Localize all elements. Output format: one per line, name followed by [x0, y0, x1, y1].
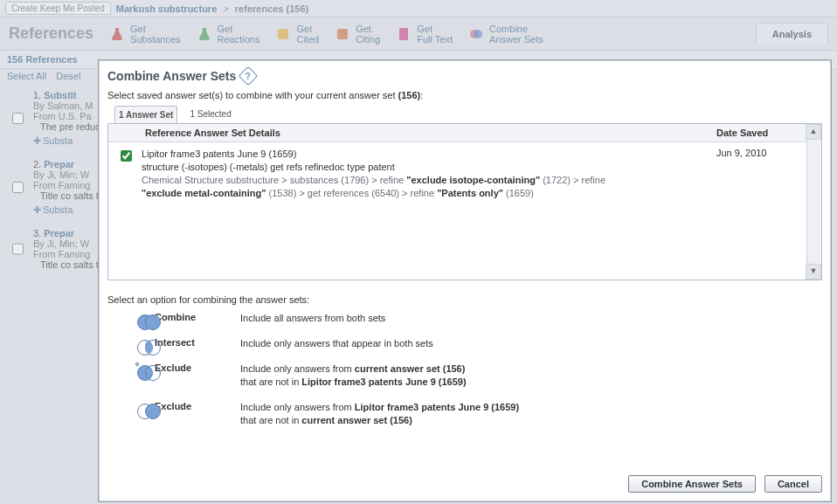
row-date: Jun 9, 2010	[716, 148, 813, 200]
cited-icon	[275, 26, 291, 42]
document-icon	[396, 26, 412, 42]
get-cited-button[interactable]: GetCited	[275, 24, 319, 45]
row-checkbox[interactable]	[121, 150, 132, 162]
get-substances-button[interactable]: GetSubstances	[109, 24, 180, 45]
combine-answer-sets-button[interactable]: CombineAnswer Sets	[468, 24, 543, 45]
selected-count: 1 Selected	[190, 106, 231, 123]
select-all-link[interactable]: Select All	[7, 71, 46, 81]
option-exclude-current[interactable]: Exclude Include only answers from curren…	[135, 362, 822, 389]
deselect-link[interactable]: Desel	[56, 71, 80, 81]
top-bar: Create Keep Me Posted Markush substructu…	[0, 0, 837, 17]
tab-analysis[interactable]: Analysis	[756, 23, 828, 45]
option-intersect[interactable]: Intersect Include only answers that appe…	[135, 337, 822, 350]
answer-set-tabs: 1 Answer Set 1 Selected	[107, 106, 822, 124]
option-combine[interactable]: Combine Include all answers from both se…	[135, 312, 822, 325]
breadcrumb-item: references (156)	[235, 3, 308, 14]
combine-answer-sets-submit-button[interactable]: Combine Answer Sets	[628, 475, 756, 493]
get-citing-button[interactable]: GetCiting	[335, 24, 380, 45]
result-title[interactable]: Substit	[44, 90, 76, 100]
scroll-down-icon[interactable]: ▼	[806, 264, 821, 280]
page-title: References	[9, 24, 93, 43]
scrollbar[interactable]: ▲ ▼	[806, 124, 821, 280]
result-checkbox[interactable]	[12, 231, 24, 267]
result-title[interactable]: Prepar	[44, 228, 74, 238]
svg-rect-1	[337, 29, 348, 39]
col-details: Reference Answer Set Details	[145, 128, 716, 138]
scroll-up-icon[interactable]: ▲	[806, 124, 821, 140]
svg-point-4	[474, 30, 482, 38]
flask-red-icon	[109, 26, 125, 42]
dialog-instruction: Select saved answer set(s) to combine wi…	[107, 90, 822, 100]
venn-icon	[468, 26, 484, 42]
result-checkbox[interactable]	[12, 162, 24, 213]
dialog-title: Combine Answer Sets ?	[107, 69, 822, 83]
tab-answer-set[interactable]: 1 Answer Set	[114, 106, 177, 123]
options-instruction: Select an option for combining the answe…	[107, 294, 822, 305]
help-icon[interactable]: ?	[239, 66, 259, 86]
create-kmp-button[interactable]: Create Keep Me Posted	[5, 2, 111, 15]
result-checkbox[interactable]	[12, 93, 24, 144]
breadcrumb-item[interactable]: Markush substructure	[116, 3, 218, 14]
result-title[interactable]: Prepar	[44, 159, 74, 169]
row-details: Lipitor frame3 patents June 9 (1659) str…	[142, 148, 709, 200]
svg-rect-2	[399, 28, 408, 40]
get-fulltext-button[interactable]: GetFull Text	[396, 24, 453, 45]
option-exclude-saved[interactable]: Exclude Include only answers from Lipito…	[135, 401, 822, 427]
toolbar: References GetSubstances GetReactions Ge…	[0, 17, 837, 51]
breadcrumb: Markush substructure > references (156)	[116, 3, 308, 14]
get-reactions-button[interactable]: GetReactions	[197, 24, 260, 45]
svg-rect-0	[278, 29, 288, 39]
cancel-button[interactable]: Cancel	[764, 475, 822, 493]
combine-options: Combine Include all answers from both se…	[135, 312, 822, 427]
col-date: Date Saved	[716, 128, 813, 138]
combine-answer-sets-dialog: Combine Answer Sets ? Select saved answe…	[98, 59, 832, 502]
answer-set-table: Reference Answer Set Details Date Saved …	[107, 124, 822, 280]
citing-icon	[335, 26, 350, 42]
table-row[interactable]: Lipitor frame3 patents June 9 (1659) str…	[108, 142, 821, 205]
flask-green-icon	[197, 26, 212, 42]
